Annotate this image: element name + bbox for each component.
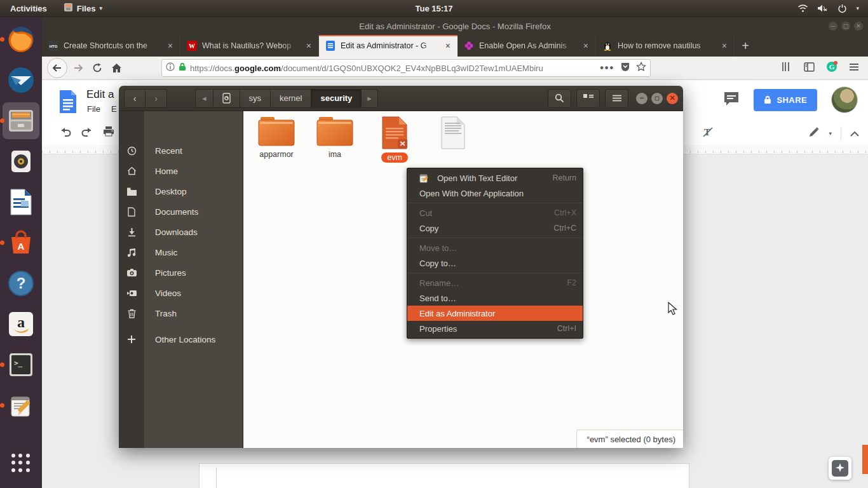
home-button[interactable] [107,58,126,78]
menu-item-edit-as-administrator[interactable]: Edit as Administrator [407,306,583,321]
folder-icon [119,187,144,196]
hamburger-menu-icon[interactable] [849,62,859,74]
account-avatar[interactable] [831,86,858,113]
comments-icon[interactable] [723,91,740,109]
document-page[interactable] [199,463,689,488]
tab-create-shortcuts[interactable]: HTG Create Shortcuts on the × [42,35,180,57]
https-lock-icon[interactable] [179,62,186,74]
tab-close-icon[interactable]: × [444,41,452,51]
dock-thunderbird[interactable] [3,62,39,98]
document-title[interactable]: Edit a [86,88,114,101]
breadcrumb-sys[interactable]: sys [240,89,271,108]
search-button[interactable] [548,89,571,108]
redo-icon[interactable] [81,126,93,139]
root-drive-icon[interactable] [214,89,240,108]
mode-chevron-icon[interactable]: ▾ [829,130,832,137]
grammarly-icon[interactable]: G [826,61,837,75]
nautilus-minimize-button[interactable]: − [636,93,648,104]
clear-formatting-icon[interactable]: T [702,126,714,141]
dock-terminal[interactable]: >_ [3,346,39,383]
menu-edit[interactable]: E [111,104,117,114]
tab-close-icon[interactable]: × [581,41,590,51]
site-info-icon[interactable] [166,62,175,74]
dock-text-editor[interactable] [3,387,39,424]
url-bar[interactable]: https://docs.google.com/document/d/1GQS0… [161,59,651,77]
tab-enable-open-as-admin[interactable]: Enable Open As Adminis × [458,35,596,57]
sidebar-item-trash[interactable]: Trash [119,303,243,323]
sidebar-item-pictures[interactable]: Pictures [119,262,243,283]
breadcrumb-kernel[interactable]: kernel [271,89,311,108]
share-button[interactable]: SHARE [754,89,817,111]
svg-text:?: ? [17,274,26,292]
dock-help[interactable]: ? [3,265,39,302]
sidebar-item-documents[interactable]: Documents [119,201,243,222]
menu-file[interactable]: File [87,104,100,114]
back-button[interactable] [47,58,67,78]
dock-files[interactable] [3,102,39,139]
nautilus-forward-button[interactable]: › [146,89,167,108]
menu-item-copy-to[interactable]: Copy to… [407,255,583,271]
close-button[interactable]: ✕ [854,22,863,30]
dock-show-applications[interactable] [3,445,39,482]
menu-item-open-with-other-application[interactable]: Open With Other Application [407,186,583,201]
forward-button[interactable] [69,58,88,78]
scroll-indicator[interactable] [862,445,868,474]
dock-firefox[interactable] [3,21,39,58]
page-actions-icon[interactable]: ••• [600,62,614,74]
reload-button[interactable] [88,58,107,78]
dock-rhythmbox[interactable] [3,143,39,180]
nautilus-headerbar[interactable]: ‹ › ◂ sys kernel security ▸ [119,86,683,111]
tab-close-icon[interactable]: × [166,41,175,51]
sidebar-label: Recent [144,146,182,156]
dock-amazon[interactable]: a [3,306,39,342]
firefox-titlebar[interactable]: Edit as Administrator - Google Docs - Mo… [42,17,868,35]
print-icon[interactable] [103,126,114,139]
tab-close-icon[interactable]: × [304,41,313,51]
undo-icon[interactable] [60,126,71,139]
folder-apparmor[interactable]: apparmor [250,116,303,159]
folder-ima[interactable]: ima [308,116,362,159]
sidebar-item-other-locations[interactable]: Other Locations [119,329,243,349]
library-icon[interactable] [781,62,792,74]
pocket-icon[interactable] [621,62,630,74]
sidebar-item-home[interactable]: Home [119,161,243,181]
file-hidden-behind-menu[interactable] [426,116,480,149]
new-tab-button[interactable]: + [735,35,756,57]
tab-how-to-remove-nautilus[interactable]: How to remove nautilus × [596,35,735,57]
file-evm[interactable]: evm [368,116,421,163]
clock[interactable]: Tue 15:17 [0,4,868,13]
tab-edit-as-administrator[interactable]: Edit as Administrator - G × [319,35,458,57]
sidebar-item-videos[interactable]: Videos [119,283,243,303]
tab-close-icon[interactable]: × [720,41,729,51]
menu-item-move-to: Move to… [407,240,583,255]
window-menu-button[interactable] [605,89,628,108]
breadcrumb-security[interactable]: security [311,89,362,108]
view-toggle-button[interactable] [576,89,600,108]
collapse-toolbar-icon[interactable] [850,128,859,139]
menu-item-properties[interactable]: Properties Ctrl+I [407,321,583,336]
menu-item-copy[interactable]: Copy Ctrl+C [407,220,583,236]
sidebar-toggle-icon[interactable] [804,62,815,74]
sidebar-label: Trash [144,309,177,318]
minimize-button[interactable]: ─ [829,22,837,30]
sidebar-item-downloads[interactable]: Downloads [119,222,243,242]
tab-what-is-nautilus[interactable]: W What is Nautilus? Webop × [180,35,319,57]
explore-button[interactable] [829,457,851,480]
nautilus-file-view[interactable]: apparmor ima evm Open With Te [243,111,683,448]
dock-ubuntu-software[interactable]: A [3,224,39,261]
nautilus-close-button[interactable]: ✕ [667,93,678,104]
sidebar-item-desktop[interactable]: Desktop [119,181,243,201]
menu-item-open-with-text-editor[interactable]: Open With Text Editor Return [407,170,583,186]
google-docs-icon[interactable] [58,89,78,117]
bookmark-star-icon[interactable] [636,62,646,74]
nautilus-maximize-button[interactable]: ▢ [651,93,663,104]
sidebar-item-recent[interactable]: Recent [119,140,243,161]
sidebar-item-music[interactable]: Music [119,242,243,262]
nautilus-back-button[interactable]: ‹ [124,89,146,108]
dock-libreoffice-writer[interactable] [3,184,39,220]
maximize-button[interactable]: ▢ [841,22,850,30]
menu-item-send-to[interactable]: Send to… [407,290,583,306]
path-scroll-right-icon[interactable]: ▸ [362,89,378,108]
editing-mode-pencil-icon[interactable] [808,126,820,140]
path-scroll-left-icon[interactable]: ◂ [195,89,214,108]
